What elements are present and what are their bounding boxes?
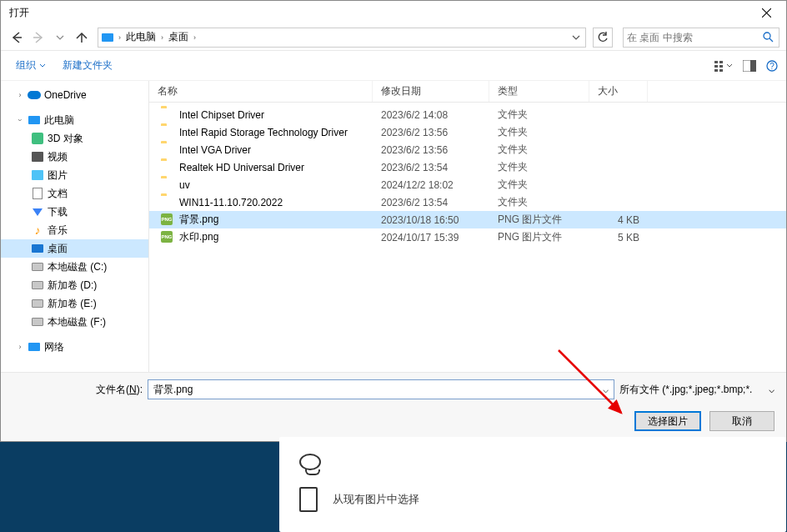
file-row[interactable]: PNG水印.png2024/10/17 15:39PNG 图片文件5 KB	[149, 228, 786, 246]
search-icon	[763, 32, 774, 43]
new-folder-button[interactable]: 新建文件夹	[63, 58, 113, 73]
svg-text:?: ?	[769, 62, 774, 71]
breadcrumb[interactable]: › 此电脑 › 桌面 ›	[98, 28, 586, 48]
sidebar-item-label: 文档	[48, 187, 68, 201]
file-date: 2024/10/17 15:39	[373, 232, 489, 243]
file-open-dialog: 打开 › 此电脑 › 桌面 › 组织	[0, 0, 787, 442]
chevron-right-icon: ›	[192, 33, 198, 42]
file-date: 2023/6/2 13:56	[373, 144, 489, 156]
chevron-down-icon	[39, 63, 46, 69]
breadcrumb-segment[interactable]: 桌面	[165, 30, 192, 44]
sidebar-item[interactable]: 3D 对象	[1, 129, 148, 148]
sidebar-item[interactable]: 新加卷 (E:)	[1, 294, 148, 313]
sidebar-item[interactable]: 本地磁盘 (C:)	[1, 258, 148, 276]
file-date: 2023/6/2 13:54	[373, 197, 489, 208]
file-row[interactable]: Intel Rapid Storage Technology Driver202…	[149, 123, 786, 141]
music-icon: ♪	[31, 223, 44, 237]
organize-menu[interactable]: 组织	[16, 58, 46, 73]
sidebar-item-network[interactable]: ›网络	[1, 338, 148, 356]
file-row[interactable]: Realtek HD Universal Driver2023/6/2 13:5…	[149, 158, 786, 176]
column-headers: 名称 修改日期 类型 大小	[149, 81, 786, 103]
sidebar-item[interactable]: 图片	[1, 166, 148, 184]
folder-icon	[161, 196, 174, 209]
folder-icon	[161, 178, 174, 192]
up-button[interactable]	[73, 28, 91, 47]
file-row[interactable]: Intel VGA Driver2023/6/2 13:56文件夹	[149, 141, 786, 158]
pic-icon	[31, 168, 44, 182]
file-name: Intel Chipset Driver	[179, 109, 264, 121]
file-name: 水印.png	[179, 230, 218, 244]
breadcrumb-dropdown[interactable]	[569, 33, 584, 42]
file-name: Intel VGA Driver	[179, 144, 251, 156]
chevron-down-icon[interactable]: ⌵	[603, 384, 609, 395]
file-type: 文件夹	[489, 178, 589, 192]
choose-existing-label[interactable]: 从现有图片中选择	[333, 492, 419, 507]
sidebar-item[interactable]: 桌面	[1, 239, 148, 258]
disk-icon	[31, 260, 44, 274]
close-button[interactable]	[751, 3, 781, 22]
forward-button[interactable]	[29, 28, 48, 47]
doc-icon	[31, 187, 44, 200]
chevron-right-icon: ›	[117, 33, 123, 42]
sidebar-item[interactable]: 文档	[1, 184, 148, 203]
onedrive-icon	[28, 88, 41, 102]
arrow-left-icon	[10, 31, 23, 44]
chevron-down-icon	[572, 33, 580, 42]
svg-point-5	[764, 33, 770, 39]
filename-input[interactable]: 背景.png ⌵	[148, 379, 614, 399]
column-size[interactable]: 大小	[589, 81, 648, 102]
svg-rect-10	[719, 61, 723, 63]
svg-line-6	[769, 38, 773, 42]
svg-rect-7	[714, 61, 718, 63]
filetype-value: 所有文件 (*.jpg;*.jpeg;*.bmp;*.	[619, 383, 752, 397]
view-icon	[714, 60, 733, 72]
sidebar-item-label: 桌面	[48, 242, 68, 256]
desktop-icon	[31, 242, 44, 255]
nav-bar: › 此电脑 › 桌面 ›	[1, 24, 786, 51]
svg-rect-11	[719, 65, 723, 68]
search-input[interactable]	[627, 32, 760, 43]
sidebar-item[interactable]: 下载	[1, 203, 148, 221]
sidebar-item-label: 视频	[48, 150, 68, 164]
file-row[interactable]: WIN11-11.10.720.20222023/6/2 13:54文件夹	[149, 193, 786, 211]
file-row[interactable]: uv2024/12/2 18:02文件夹	[149, 176, 786, 193]
column-name[interactable]: 名称	[149, 81, 373, 102]
search-box[interactable]	[623, 28, 779, 48]
filetype-select[interactable]: 所有文件 (*.jpg;*.jpeg;*.bmp;*. ⌵	[619, 383, 774, 397]
png-icon: PNG	[161, 213, 174, 227]
cancel-button[interactable]: 取消	[709, 411, 774, 431]
arrow-right-icon	[32, 31, 45, 44]
file-name: Intel Rapid Storage Technology Driver	[179, 127, 348, 138]
sidebar-item-label: OneDrive	[44, 89, 87, 101]
file-date: 2024/12/2 18:02	[373, 179, 489, 191]
file-name: 背景.png	[179, 213, 218, 227]
sidebar-item-this-pc[interactable]: ›此电脑	[1, 111, 148, 129]
refresh-button[interactable]	[593, 28, 613, 48]
toolbar: 组织 新建文件夹 ?	[1, 51, 786, 81]
sidebar-item[interactable]: ♪音乐	[1, 221, 148, 239]
nav-arrows	[8, 28, 91, 47]
file-type: PNG 图片文件	[489, 230, 589, 244]
folder-icon	[161, 126, 174, 139]
search-button[interactable]	[760, 32, 775, 43]
breadcrumb-segment[interactable]: 此电脑	[123, 30, 159, 44]
filename-label: 文件名(N):	[96, 383, 143, 397]
filename-value: 背景.png	[153, 383, 193, 397]
open-button[interactable]: 选择图片	[634, 411, 701, 431]
column-date[interactable]: 修改日期	[373, 81, 489, 102]
help-button[interactable]: ?	[766, 60, 778, 72]
sidebar-item[interactable]: 新加卷 (D:)	[1, 276, 148, 294]
sidebar-item[interactable]: 本地磁盘 (F:)	[1, 313, 148, 331]
file-row[interactable]: Intel Chipset Driver2023/6/2 14:08文件夹	[149, 106, 786, 123]
sidebar-item[interactable]: 视频	[1, 148, 148, 166]
back-button[interactable]	[8, 28, 26, 47]
sidebar-item-label: 新加卷 (E:)	[48, 297, 97, 311]
view-options[interactable]	[714, 60, 733, 72]
preview-pane-button[interactable]	[743, 60, 756, 72]
disk-icon	[31, 315, 44, 329]
column-type[interactable]: 类型	[489, 81, 589, 102]
sidebar-item-onedrive[interactable]: ›OneDrive	[1, 86, 148, 104]
recent-dropdown[interactable]	[51, 28, 69, 47]
file-date: 2023/6/2 13:54	[373, 162, 489, 173]
file-row[interactable]: PNG背景.png2023/10/18 16:50PNG 图片文件4 KB	[149, 211, 786, 228]
